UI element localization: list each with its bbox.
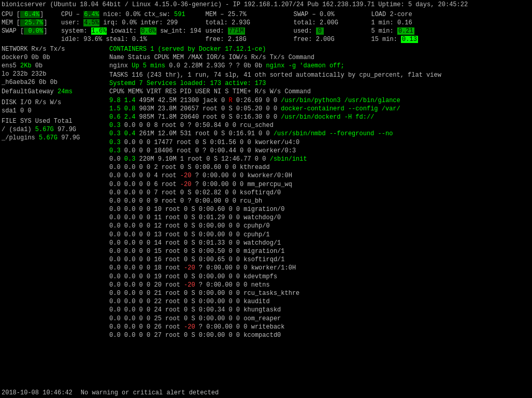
- process-row: 0.0 0.0 0 0 13 root 0 S 0:00.00 0 0 cpuh…: [109, 231, 530, 239]
- disk-sda1: sda1 0 0: [2, 107, 105, 115]
- cpu-details: CPU – 6.4% nice: 0.0% ctx_sw: 591 user: …: [61, 10, 201, 44]
- process-row: 0.0 0.0 0 0 26 root -20 ? 0:00.00 0 0 wr…: [109, 323, 530, 331]
- load-details: LOAD 2-core 1 min: 0.16 5 min: 0.21 15 m…: [367, 10, 450, 44]
- file-sys-root: / (sda1) 5.67G 97.9G: [2, 125, 105, 134]
- process-row: 0.0 0.0 0 0 24 root 0 S 0:00.34 0 0 khun…: [109, 306, 530, 314]
- file-sys-plugins: _/plugins 5.67G 97.9G: [2, 134, 105, 142]
- mem-bracket-open: [: [17, 19, 20, 26]
- left-labels: CPU [ 6.4%] MEM [ 25.7%] SWAP [ 0.0%]: [2, 10, 61, 44]
- mem-detail-row2: total: 2.93G: [205, 19, 289, 27]
- status-bar: 2018-10-08 10:46:42 No warning or critic…: [0, 388, 532, 398]
- process-row: 0.0 0.0 0 0 14 root 0 S 0:01.33 0 0 watc…: [109, 239, 530, 247]
- process-row: 0.0 0.0 0 0 21 root 0 S 0:00.00 0 0 rcu_…: [109, 289, 530, 297]
- swap-label-row: SWAP [ 0.0%]: [2, 27, 61, 35]
- cpu-detail-row2: user: 4.5% irq: 0.0% inter: 299: [61, 19, 201, 27]
- process-row: 0.0 0.0 0 0 11 root 0 S 0:01.29 0 0 watc…: [109, 214, 530, 222]
- swap-label: SWAP: [2, 27, 20, 35]
- disk-io-header: DISK I/O R/s W/s: [2, 98, 105, 107]
- process-row: 1.5 0.8 903M 23.8M 20657 root 0 S 0:05.2…: [109, 105, 530, 113]
- process-row: 0.3 0.4 261M 12.0M 531 root 0 S 0:16.91 …: [109, 130, 530, 138]
- process-row: 0.0 0.0 0 0 16 root 0 S 0:00.65 0 0 ksof…: [109, 255, 530, 264]
- containers-table: Name Status CPU% MEM /MAX IOR/s IOW/s Rx…: [109, 53, 530, 62]
- process-row: 0.0 0.0 0 0 15 root 0 S 0:00.50 0 0 migr…: [109, 247, 530, 255]
- load-detail-row4: 15 min: 0.13: [371, 35, 450, 44]
- status-datetime: 2018-10-08 10:46:42: [2, 389, 73, 397]
- process-row: 0.0 0.3 220M 9.10M 1 root 0 S 12:46.77 0…: [109, 155, 530, 163]
- cpu-detail-row4: idle: 93.6% steal: 0.1%: [61, 35, 201, 44]
- mem-bar-pct: 25.7%: [20, 19, 44, 26]
- process-row: 0.0 0.0 0 0 20 root -20 ? 0:00.00 0 0 ne…: [109, 281, 530, 289]
- process-row: 0.3 0.0 0 0 17477 root 0 S 0:01.56 0 0 k…: [109, 138, 530, 147]
- process-row: 0.0 0.0 0 0 6 root -20 ? 0:00.00 0 0 mm_…: [109, 180, 530, 189]
- mem-detail-row4: free: 2.18G: [205, 35, 289, 44]
- left-panel: NETWORK Rx/s Tx/s docker0 0b 0b ens5 2Kb…: [2, 45, 105, 340]
- cpu-label: CPU: [2, 11, 17, 18]
- process-row: 0.0 0.0 0 0 9 root 0 ? 0:00.00 0 0 rcu_b…: [109, 197, 530, 205]
- process-row: 0.0 0.0 0 0 18 root -20 ? 0:00.00 0 0 kw…: [109, 264, 530, 272]
- process-row: 0.0 0.0 0 0 25 root 0 S 0:00.00 0 0 oom_…: [109, 315, 530, 323]
- swap-detail-row3: used: 0: [293, 27, 367, 35]
- process-row: 0.0 0.0 0 0 22 root 0 S 0:00.00 0 0 kaud…: [109, 297, 530, 306]
- middle-section: NETWORK Rx/s Tx/s docker0 0b 0b ens5 2Kb…: [2, 45, 530, 340]
- status-alert: No warning or critical alert detected: [81, 389, 219, 397]
- mem-detail-row1: MEM – 25.7%: [205, 10, 289, 19]
- cpu-bracket-open: [: [17, 11, 20, 18]
- cpu-detail-row3: system: 1.6% iowait: 0.0% sw_int: 194: [61, 27, 201, 35]
- process-row: 0.0 0.0 0 0 19 root 0 S 0:00.00 0 0 kdev…: [109, 273, 530, 281]
- swap-bracket-close: ]: [44, 27, 47, 35]
- swap-bar-pct: 0.0%: [24, 27, 44, 35]
- network-header: NETWORK Rx/s Tx/s: [2, 45, 105, 53]
- mem-label-row: MEM [ 25.7%]: [2, 19, 61, 27]
- containers-header: CONTAINERS 1 (served by Docker 17.12.1-c…: [109, 45, 530, 53]
- main-content: CPU [ 6.4%] MEM [ 25.7%] SWAP [ 0.0%] CP…: [0, 10, 532, 340]
- cpu-bracket-close: ]: [40, 11, 44, 18]
- swap-detail-row1: SWAP – 0.0%: [293, 10, 367, 19]
- containers-nginx: nginx Up 5 mins 0.0 2.28M 2.93G ? ? 0b 0…: [109, 62, 530, 70]
- cpu-bar-pct: 6.4%: [20, 11, 40, 18]
- swap-detail-row2: total: 2.00G: [293, 19, 367, 27]
- process-row: 0.0 0.0 0 0 10 root 0 S 0:00.60 0 0 migr…: [109, 205, 530, 214]
- tasks-header: TASKS 116 (243 thr), 1 run, 74 slp, 41 o…: [109, 71, 530, 79]
- process-row: 0.3 0.0 0 0 18406 root 0 ? 0:00.44 0 0 k…: [109, 147, 530, 155]
- swap-details: SWAP – 0.0% total: 2.00G used: 0 free: 2…: [289, 10, 367, 44]
- process-table-header: CPU% MEM% VIRT RES PID USER NI S TIME+ R…: [109, 88, 530, 96]
- process-row: 9.8 1.4 495M 42.5M 21300 jack 0 R 0:26.6…: [109, 96, 530, 105]
- swap-detail-row4: free: 2.00G: [293, 35, 367, 44]
- network-docker0: docker0 0b 0b: [2, 53, 105, 62]
- process-row: 0.0 0.0 0 0 4 root -20 ? 0:00.00 0 0 kwo…: [109, 172, 530, 180]
- mem-detail-row3: used: 771M: [205, 27, 289, 35]
- process-row: 0.3 0.0 0 0 8 root 0 ? 0:50.84 0 0 rcu_s…: [109, 121, 530, 130]
- right-panel: CONTAINERS 1 (served by Docker 17.12.1-c…: [105, 45, 530, 340]
- network-ens5: ens5 2Kb 0b: [2, 62, 105, 70]
- network-gateway: DefaultGateway 24ms: [2, 88, 105, 96]
- load-detail-row3: 5 min: 0.21: [371, 27, 450, 35]
- process-rows: 9.8 1.4 495M 42.5M 21300 jack 0 R 0:26.6…: [109, 96, 530, 339]
- process-row: 0.0 0.0 0 0 27 root 0 S 0:00.00 0 0 kcom…: [109, 331, 530, 339]
- stats-section: CPU [ 6.4%] MEM [ 25.7%] SWAP [ 0.0%] CP…: [2, 10, 530, 44]
- process-row: 0.0 0.0 0 0 2 root 0 S 0:00.60 0 0 kthre…: [109, 163, 530, 172]
- mem-label: MEM: [2, 19, 17, 26]
- process-row: 0.6 2.4 985M 71.8M 20640 root 0 S 0:16.3…: [109, 113, 530, 121]
- cpu-detail-row1: CPU – 6.4% nice: 0.0% ctx_sw: 591: [61, 10, 201, 19]
- mem-details: MEM – 25.7% total: 2.93G used: 771M free…: [201, 10, 289, 44]
- mem-bracket-close: ]: [44, 19, 47, 26]
- load-detail-row1: LOAD 2-core: [371, 10, 450, 19]
- title-bar: bionicserver (Ubuntu 18.04 64bit / Linux…: [0, 0, 532, 10]
- network-lo: lo 232b 232b: [2, 70, 105, 78]
- file-sys-header: FILE SYS Used Total: [2, 117, 105, 125]
- load-detail-row2: 1 min: 0.16: [371, 19, 450, 27]
- process-row: 0.0 0.0 0 0 12 root 0 S 0:00.00 0 0 cpuh…: [109, 222, 530, 230]
- systemd-header: Systemd 7 Services loaded: 173 active: 1…: [109, 79, 530, 88]
- cpu-label-row: CPU [ 6.4%]: [2, 10, 61, 19]
- network-h6: _h6aeba26 0b 0b: [2, 78, 105, 87]
- process-row: 0.0 0.0 0 0 7 root 0 S 0:02.82 0 0 ksoft…: [109, 189, 530, 197]
